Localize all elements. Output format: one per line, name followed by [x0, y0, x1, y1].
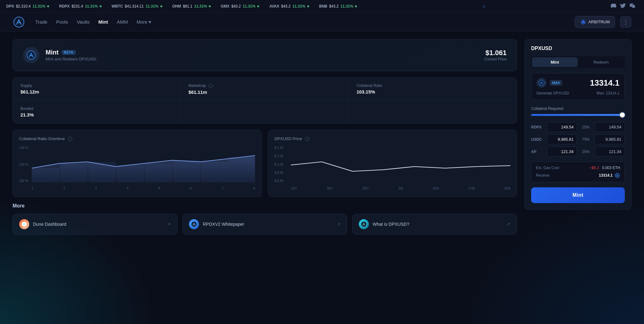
- empty-cell-2: [349, 101, 517, 123]
- receive-label: Receive: [536, 173, 549, 178]
- collateral-chart-title: Collateral Ratio Overtime i: [19, 136, 255, 141]
- mint-current-price: $1.061: [484, 49, 507, 57]
- menu-button[interactable]: ⋮: [620, 16, 631, 28]
- collateral-row-rdpx: RDPX 149.54 25% 149.54: [531, 122, 625, 132]
- marketcap-info-icon[interactable]: i: [208, 84, 213, 88]
- svg-point-14: [539, 80, 544, 86]
- svg-point-12: [191, 221, 197, 227]
- fee-section: Est. Gas Cost ~$6.2 0.003 ETH Receive 13…: [531, 162, 625, 182]
- dpxusd-chart-card: DPXUSD Price i $ 1.10 $ 1.05 $ 1.00 $ 0.…: [268, 130, 517, 197]
- arbitrum-logo-icon: ARBITRUM: [580, 19, 610, 25]
- collateral-row-usdc: USDC 9,985.81 75% 9,985.81: [531, 134, 625, 144]
- dpxusd-info-label: What is DPXUSD?: [373, 222, 503, 227]
- ap-pct: 25%: [580, 150, 592, 154]
- ap-value: 121.34: [595, 147, 625, 156]
- generate-label: Generate DPXUSD: [536, 91, 569, 95]
- receive-value: 13314.1: [599, 173, 620, 178]
- nav-vaults[interactable]: Vaults: [77, 18, 90, 26]
- dune-dashboard-link[interactable]: Dune Dashboard ↗: [13, 214, 177, 235]
- ticker-change: 11.31%: [194, 4, 207, 9]
- stats-card: Supply $61.12m Marketcap i $61.11m Colla…: [13, 77, 517, 123]
- usdc-value: 9,985.81: [595, 134, 625, 144]
- nav-more[interactable]: More ▾: [137, 19, 151, 25]
- ticker-symbol: BNB: [319, 4, 327, 9]
- mint-action-button[interactable]: Mint: [531, 187, 625, 203]
- dpxusd-chart-area: $ 1.10 $ 1.05 $ 1.00 $ 0.95 $ 0.90 11/7: [275, 146, 510, 190]
- nav-mint[interactable]: Mint: [98, 18, 108, 26]
- ticker-dot: [209, 5, 211, 7]
- collateral-chart-info-icon[interactable]: i: [68, 137, 72, 141]
- receive-amount: 13314.1: [599, 173, 613, 178]
- ticker-price: $91.1: [183, 4, 192, 9]
- nav-trade[interactable]: Trade: [35, 18, 47, 26]
- external-link-icon-3: ↗: [507, 222, 510, 227]
- collateral-y-labels: 140 % 120 % 100 %: [19, 146, 31, 183]
- svg-point-11: [22, 222, 27, 227]
- redeem-tab[interactable]: Redeem: [578, 57, 624, 67]
- ap-amount-input[interactable]: 121.34: [547, 147, 577, 156]
- wechat-icon[interactable]: [630, 3, 635, 10]
- svg-point-2: [27, 51, 36, 60]
- gas-cost-value: ~$6.2 0.003 ETH: [589, 166, 620, 170]
- ticker-dot: [100, 5, 102, 7]
- dpxusd-chart-info-icon[interactable]: i: [305, 137, 309, 141]
- dpxusd-info-icon: [359, 219, 369, 229]
- mint-header-info: Mint BETA Mint and Redeem DPXUSD.: [46, 49, 478, 61]
- gas-cost-label: Est. Gas Cost: [536, 166, 559, 170]
- slider-thumb[interactable]: [620, 112, 625, 117]
- generate-input-row: MAX 13314.1: [536, 78, 619, 88]
- mint-tab[interactable]: Mint: [532, 57, 578, 67]
- collateral-slider-section: Collateral Required: [531, 105, 625, 117]
- external-link-icon: ↗: [167, 222, 171, 227]
- ap-token-label: AP: [531, 150, 544, 154]
- what-is-dpxusd-link[interactable]: What is DPXUSD? ↗: [352, 214, 517, 235]
- ticker-next-arrow[interactable]: ›: [483, 3, 485, 9]
- ticker-change: 11.31%: [292, 4, 305, 9]
- collateral-row-ap: AP 121.34 25% 121.34: [531, 147, 625, 156]
- ticker-item-rdpx: RDPX $231.4 11.31%: [59, 4, 102, 9]
- collateral-slider[interactable]: [531, 114, 625, 116]
- twitter-icon[interactable]: [620, 3, 626, 10]
- svg-point-13: [361, 221, 367, 227]
- ticker-dot: [355, 5, 357, 7]
- mint-page-title: Mint: [46, 49, 58, 56]
- dpxusd-x-labels: 11/7 18/7 25/7 3/8 10/8 17/8 25/8: [291, 187, 510, 190]
- main-content: Mint BETA Mint and Redeem DPXUSD. $1.061…: [0, 31, 644, 324]
- mint-icon: [23, 47, 39, 63]
- discord-icon[interactable]: [611, 3, 616, 10]
- empty-cell-1: [181, 101, 349, 123]
- nav-links: Trade Pools Vaults Mint AMM More ▾: [35, 18, 575, 26]
- rdpx-amount-input[interactable]: 149.54: [547, 122, 577, 132]
- ticker-change: 11.31%: [243, 4, 256, 9]
- more-section-title: More: [13, 203, 517, 209]
- max-button[interactable]: MAX: [550, 80, 562, 86]
- ticker-dot: [47, 5, 49, 7]
- ticker-change: 11.31%: [146, 4, 158, 9]
- nav-pools[interactable]: Pools: [56, 18, 68, 26]
- mint-price-section: $1.061 Current Price: [484, 49, 507, 61]
- supply-value: $61.12m: [20, 89, 173, 94]
- usdc-token-label: USDC: [531, 137, 544, 142]
- ticker-price: $43.2: [231, 4, 241, 9]
- site-logo[interactable]: [13, 16, 25, 28]
- arbitrum-button[interactable]: ARBITRUM: [575, 16, 615, 28]
- ticker-price: $43.2: [281, 4, 291, 9]
- collateral-label: Collateral Ratio: [357, 83, 509, 88]
- ticker-dot: [257, 5, 259, 7]
- social-icons: [611, 3, 635, 10]
- ticker-symbol: RDPX: [59, 4, 69, 9]
- generate-amount[interactable]: 13314.1: [565, 78, 619, 88]
- left-panel: Mint BETA Mint and Redeem DPXUSD. $1.061…: [13, 39, 517, 316]
- rpdxv2-icon: [189, 219, 199, 229]
- bonded-cell: Bonded 21.3%: [13, 101, 181, 123]
- mint-header-card: Mint BETA Mint and Redeem DPXUSD. $1.061…: [13, 39, 517, 71]
- nav-amm[interactable]: AMM: [117, 18, 128, 26]
- dune-icon: [19, 219, 29, 229]
- ticker-bar: DPX $2,310.4 11.31% RDPX $231.4 11.31% W…: [0, 0, 644, 13]
- usdc-amount-input[interactable]: 9,985.81: [547, 134, 577, 144]
- rpdxv2-whitepaper-link[interactable]: RPDXV2 Whitepaper ↗: [182, 214, 347, 235]
- supply-label: Supply: [20, 83, 173, 88]
- nav-right: ARBITRUM ⋮: [575, 16, 631, 28]
- rpdxv2-label: RPDXV2 Whitepaper: [203, 222, 333, 227]
- beta-badge: BETA: [62, 50, 75, 55]
